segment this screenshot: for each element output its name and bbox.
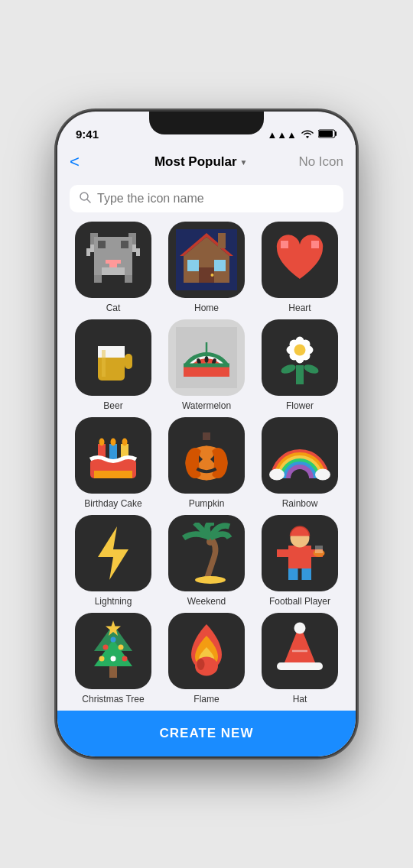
svg-rect-64 (109, 444, 117, 459)
svg-rect-86 (288, 546, 311, 568)
svg-point-79 (315, 469, 330, 481)
list-item[interactable]: Birthday Cake (70, 417, 157, 509)
header-title: Most Popular ▼ (154, 154, 248, 170)
birthday-cake-icon-img (75, 417, 151, 494)
list-item[interactable]: Football Player (256, 515, 343, 607)
icon-label: Weekend (187, 596, 226, 607)
svg-point-102 (122, 656, 128, 662)
watermelon-icon-img (168, 319, 245, 396)
list-item[interactable]: Watermelon (163, 319, 250, 411)
search-bar (70, 185, 343, 212)
svg-rect-14 (125, 275, 132, 283)
svg-point-59 (294, 345, 306, 356)
svg-rect-13 (94, 275, 102, 283)
svg-rect-36 (125, 354, 132, 369)
svg-line-3 (87, 199, 90, 202)
svg-point-68 (122, 439, 128, 446)
svg-rect-16 (132, 245, 136, 248)
weekend-icon-img (168, 515, 245, 591)
icon-label: Flower (286, 400, 314, 411)
svg-rect-46 (296, 365, 304, 384)
svg-rect-110 (277, 662, 323, 670)
phone-frame: 9:41 ▲▲▲ < Most Popular ▼ No Icon (57, 112, 356, 756)
dropdown-chevron-icon: ▼ (240, 158, 248, 167)
no-icon-button[interactable]: No Icon (298, 154, 343, 170)
svg-point-99 (119, 645, 124, 650)
svg-rect-32 (311, 241, 319, 248)
svg-rect-1 (319, 131, 333, 137)
list-item[interactable]: Rainbow (256, 417, 343, 509)
icon-grid: Cat (57, 222, 356, 711)
svg-point-66 (99, 439, 105, 446)
svg-point-27 (211, 274, 214, 277)
svg-point-101 (99, 656, 105, 662)
svg-rect-28 (218, 233, 226, 248)
list-item[interactable]: Flame (163, 613, 250, 704)
bottom-bar: CREATE NEW (57, 711, 356, 756)
list-item[interactable]: Beer (70, 319, 157, 411)
list-item[interactable]: Lightning (70, 515, 157, 607)
icon-label: Pumpkin (189, 498, 225, 509)
svg-rect-70 (203, 432, 210, 440)
list-item[interactable]: Weekend (163, 515, 250, 607)
icon-label: Lightning (95, 596, 132, 607)
svg-point-78 (269, 469, 285, 481)
pumpkin-icon-img (168, 417, 245, 494)
status-time: 9:41 (76, 128, 99, 141)
icon-label: Watermelon (182, 400, 231, 411)
wifi-icon (301, 129, 314, 141)
heart-icon-img (262, 222, 338, 298)
search-input[interactable] (97, 192, 334, 206)
svg-rect-8 (98, 241, 106, 248)
icon-label: Heart (288, 303, 311, 313)
svg-point-100 (111, 637, 116, 643)
svg-rect-10 (106, 260, 121, 264)
hat-icon-img (262, 613, 338, 689)
header-title-text: Most Popular (154, 154, 237, 170)
create-new-button[interactable]: CREATE NEW (159, 726, 253, 741)
svg-rect-89 (302, 568, 312, 580)
football-player-icon-img (262, 515, 338, 591)
svg-rect-11 (109, 264, 117, 267)
list-item[interactable]: Hat (256, 613, 343, 704)
svg-rect-24 (187, 260, 199, 271)
svg-rect-20 (136, 252, 140, 256)
svg-point-84 (195, 576, 226, 584)
christmas-tree-icon-img (75, 613, 151, 689)
svg-point-107 (197, 659, 205, 670)
signal-icon: ▲▲▲ (267, 129, 297, 141)
list-item[interactable]: Flower (256, 319, 343, 411)
icon-label: Football Player (269, 596, 330, 607)
list-item[interactable]: Pumpkin (163, 417, 250, 509)
svg-rect-90 (277, 549, 288, 557)
svg-rect-93 (315, 546, 323, 553)
icon-label: Cat (106, 303, 121, 313)
svg-rect-37 (102, 350, 106, 377)
icon-label: Christmas Tree (82, 694, 144, 704)
flower-icon-img (262, 319, 338, 396)
icon-label: Birthday Cake (84, 498, 141, 509)
icon-label: Flame (193, 694, 219, 704)
icon-label: Home (194, 303, 219, 313)
svg-rect-97 (109, 666, 117, 678)
svg-rect-18 (132, 248, 140, 252)
svg-point-111 (294, 623, 306, 634)
list-item[interactable]: Heart (256, 222, 343, 313)
status-icons: ▲▲▲ (267, 129, 337, 141)
icon-label: Beer (103, 400, 122, 411)
svg-rect-9 (121, 241, 128, 248)
list-item[interactable]: Christmas Tree (70, 613, 157, 704)
header: < Most Popular ▼ No Icon (57, 145, 356, 179)
list-item[interactable]: Cat (70, 222, 157, 313)
notch (149, 112, 264, 134)
svg-point-103 (111, 656, 116, 662)
icon-label: Rainbow (282, 498, 318, 509)
svg-rect-15 (90, 245, 94, 248)
phone-screen: 9:41 ▲▲▲ < Most Popular ▼ No Icon (57, 112, 356, 756)
back-button[interactable]: < (70, 152, 103, 172)
list-item[interactable]: Home (163, 222, 250, 313)
battery-icon (318, 129, 337, 141)
beer-icon-img (75, 319, 151, 396)
svg-point-74 (199, 446, 214, 481)
search-icon (79, 191, 91, 206)
